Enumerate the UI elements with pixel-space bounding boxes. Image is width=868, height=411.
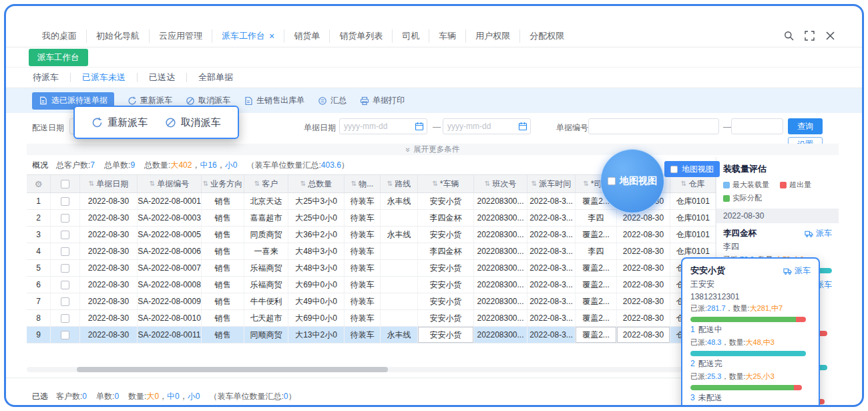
scrollbar-thumb[interactable] bbox=[77, 367, 388, 372]
row-check-cell[interactable] bbox=[51, 210, 80, 226]
calendar-icon[interactable] bbox=[518, 122, 527, 131]
sort-icon[interactable]: ⇅ bbox=[351, 180, 357, 187]
sort-icon[interactable]: ⇅ bbox=[681, 180, 686, 187]
sort-icon[interactable]: ⇅ bbox=[387, 180, 393, 187]
toolbar-item-4[interactable]: 单据打印 bbox=[360, 95, 405, 106]
load-bar bbox=[690, 351, 811, 356]
row-check-cell[interactable] bbox=[51, 193, 80, 209]
summary-segments: 总客户数:7总单数:9总数量:大402，中16，小0（装车单位数量汇总:403.… bbox=[56, 160, 349, 171]
sort-icon[interactable]: ⇅ bbox=[300, 180, 306, 187]
main-tab-7[interactable]: 车辆 bbox=[429, 29, 465, 43]
row-check-cell[interactable] bbox=[51, 293, 80, 309]
row-checkbox[interactable] bbox=[61, 264, 69, 273]
table-row[interactable]: 52022-08-30SA-2022-08-0007销售乐福商贸大48中3小0待… bbox=[27, 260, 716, 277]
row-checkbox[interactable] bbox=[61, 331, 69, 339]
tab-close-icon[interactable]: × bbox=[269, 31, 274, 41]
row-check-cell[interactable] bbox=[51, 310, 80, 326]
search-icon[interactable] bbox=[784, 31, 794, 41]
table-row[interactable]: 92022-08-30SA-2022-08-0011销售同顺商贸大13中2小0待… bbox=[27, 327, 716, 344]
cell bbox=[381, 310, 418, 326]
sort-icon[interactable]: ⇅ bbox=[485, 180, 490, 187]
query-button[interactable]: 查询 bbox=[788, 118, 823, 134]
select-all-checkbox[interactable] bbox=[61, 180, 69, 188]
sort-icon[interactable]: ⇅ bbox=[432, 180, 437, 187]
cell: 2022-08-30 bbox=[80, 193, 138, 209]
row-check-cell[interactable] bbox=[51, 327, 80, 343]
calendar-icon[interactable] bbox=[415, 122, 424, 131]
main-tab-9[interactable]: 分配权限 bbox=[519, 29, 574, 43]
main-tab-8[interactable]: 用户权限 bbox=[465, 29, 519, 43]
main-tab-6[interactable]: 司机 bbox=[392, 29, 429, 43]
doc-no-to-input[interactable] bbox=[731, 118, 783, 134]
map-callout-checkbox[interactable] bbox=[608, 177, 616, 185]
cell: 202208300... bbox=[474, 243, 527, 259]
sort-icon[interactable]: ⇅ bbox=[531, 180, 537, 187]
subtab-3[interactable]: 全部单据 bbox=[186, 73, 244, 82]
map-view-button[interactable]: 地图视图 bbox=[664, 161, 720, 177]
map-view-callout[interactable]: 地图视图 bbox=[600, 149, 664, 213]
row-seq: 8 bbox=[27, 310, 51, 326]
sort-icon[interactable]: ⇅ bbox=[150, 180, 155, 187]
table-row[interactable]: 72022-08-30SA-2022-08-0009销售牛牛便利大49中0小0待… bbox=[27, 293, 716, 310]
table-row[interactable]: 62022-08-30SA-2022-08-0008销售乐福商贸大69中0小0待… bbox=[27, 277, 716, 293]
stat-segment: 中0 bbox=[167, 392, 180, 401]
table-row[interactable]: 42022-08-30SA-2022-08-0006销售一喜来大48中3小0待装… bbox=[27, 243, 716, 260]
subtab-1[interactable]: 已派车未送 bbox=[70, 73, 137, 82]
main-tab-3[interactable]: 派车工作台× bbox=[212, 29, 284, 43]
row-checkbox[interactable] bbox=[61, 281, 69, 289]
legend-swatch bbox=[723, 182, 730, 188]
row-check-cell[interactable] bbox=[51, 260, 80, 276]
cell: 2022-08-3... bbox=[527, 277, 576, 293]
cell: 202208300... bbox=[474, 193, 527, 209]
close-icon[interactable] bbox=[825, 31, 835, 41]
cell: 2022-08-30 bbox=[80, 210, 138, 226]
doc-no-from-input[interactable] bbox=[588, 118, 719, 134]
row-check-cell[interactable] bbox=[51, 243, 80, 259]
subtab-0[interactable]: 待派车 bbox=[33, 73, 70, 82]
horizontal-scrollbar[interactable] bbox=[27, 367, 716, 372]
toolbar-item-label: 取消派车 bbox=[198, 95, 230, 106]
cell: 2022-08-30 bbox=[80, 327, 138, 343]
toolbar-item-1[interactable]: 取消派车 bbox=[186, 95, 230, 106]
row-checkbox[interactable] bbox=[61, 231, 69, 239]
table-row[interactable]: 82022-08-30SA-2022-08-0010销售七天超市大69中0小0待… bbox=[27, 310, 716, 327]
row-check-cell[interactable] bbox=[51, 277, 80, 293]
column-header-1[interactable] bbox=[51, 175, 80, 192]
sort-icon[interactable]: ⇅ bbox=[203, 180, 208, 187]
dispatch-link[interactable]: 派车 bbox=[805, 228, 832, 239]
main-tab-1[interactable]: 初始化导航 bbox=[86, 29, 149, 43]
callout-item-0[interactable]: 重新派车 bbox=[91, 116, 148, 129]
dispatch-stats: 已派:48.3，数量:大48,中3 bbox=[690, 337, 811, 348]
cell: 2022-08-30 bbox=[617, 243, 670, 259]
toolbar-items: 重新派车取消派车生销售出库单汇总单据打印 bbox=[128, 95, 405, 106]
sort-icon[interactable]: ⇅ bbox=[254, 180, 260, 187]
main-tab-2[interactable]: 云应用管理 bbox=[149, 29, 212, 43]
gear-icon[interactable]: ⚙ bbox=[35, 180, 43, 188]
column-header-0[interactable]: ⚙ bbox=[27, 175, 51, 192]
sort-icon[interactable]: ⇅ bbox=[583, 180, 588, 187]
toolbar-item-2[interactable]: 生销售出库单 bbox=[244, 95, 304, 106]
toolbar-item-3[interactable]: 汇总 bbox=[318, 95, 347, 106]
row-check-cell[interactable] bbox=[51, 227, 80, 243]
expand-more-bar[interactable]: » 展开更多条件 bbox=[27, 144, 839, 155]
row-checkbox[interactable] bbox=[61, 197, 69, 206]
row-checkbox[interactable] bbox=[61, 297, 69, 306]
subtab-2[interactable]: 已送达 bbox=[137, 73, 186, 82]
cell: 2022-08-3... bbox=[527, 327, 576, 343]
sort-icon[interactable]: ⇅ bbox=[89, 180, 94, 187]
dispatch-link[interactable]: 派车 bbox=[783, 265, 811, 277]
row-checkbox[interactable] bbox=[61, 214, 69, 223]
fullscreen-icon[interactable] bbox=[805, 31, 815, 41]
main-tab-5[interactable]: 销货单列表 bbox=[329, 29, 392, 43]
table-row[interactable]: 22022-08-30SA-2022-08-0003销售嘉嘉超市大25中0小0待… bbox=[27, 210, 716, 227]
main-tab-4[interactable]: 销货单 bbox=[284, 29, 329, 43]
table-row[interactable]: 32022-08-30SA-2022-08-0005销售同质商贸大36中2小0待… bbox=[27, 227, 716, 243]
callout-item-1[interactable]: 取消派车 bbox=[165, 116, 221, 129]
toolbar-item-0[interactable]: 重新派车 bbox=[128, 95, 172, 106]
cell: 覆盖2... bbox=[576, 327, 617, 343]
row-checkbox[interactable] bbox=[61, 314, 69, 323]
row-checkbox[interactable] bbox=[61, 247, 69, 256]
map-view-checkbox[interactable] bbox=[670, 166, 678, 173]
doc-date-label: 单据日期 bbox=[304, 122, 336, 134]
main-tab-0[interactable]: 我的桌面 bbox=[33, 29, 86, 43]
